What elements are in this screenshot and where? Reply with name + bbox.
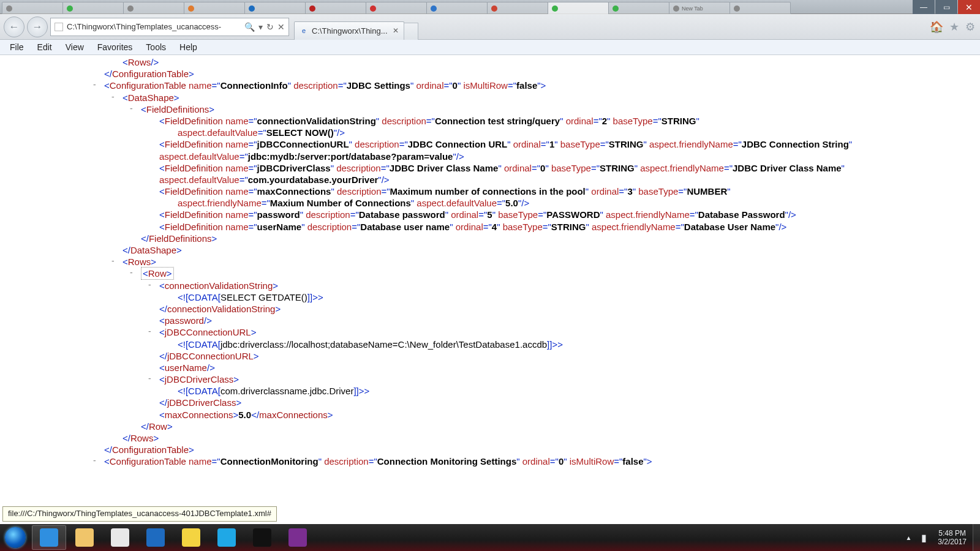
browser-tabstrip-other-window: New Tab [2, 2, 790, 14]
other-window-tab[interactable]: New Tab [669, 2, 730, 14]
menu-tools[interactable]: Tools [140, 41, 172, 53]
favicon-icon [734, 6, 740, 12]
refresh-icon[interactable]: ↻ [266, 22, 274, 32]
sticky-notes-icon [182, 528, 200, 547]
favicon-icon [188, 6, 194, 12]
collapse-toggle-icon[interactable]: - [130, 268, 133, 279]
taskbar: ▲ ▮ 5:48 PM 3/2/2017 [0, 524, 980, 551]
battery-icon[interactable]: ▮ [916, 532, 932, 544]
skype-icon [217, 528, 236, 547]
other-window-tab[interactable] [62, 2, 124, 14]
chrome-icon [111, 528, 129, 547]
collapse-toggle-icon[interactable]: - [93, 80, 96, 91]
taskbar-item-onenote[interactable] [281, 525, 315, 550]
favorites-icon[interactable]: ★ [949, 20, 959, 34]
outlook-icon [146, 528, 165, 547]
favicon-icon [370, 6, 376, 12]
show-desktop-button[interactable] [973, 524, 980, 551]
other-window-tab[interactable] [608, 2, 669, 14]
clock-time: 5:48 PM [938, 529, 967, 538]
ie-toolbar: ← → C:\Thingworx\ThingTemplates_ucanacce… [0, 14, 980, 40]
window-close-button[interactable]: ✕ [958, 0, 980, 14]
ie-right-icons: 🏠 ★ ⚙ [930, 20, 975, 34]
search-icon[interactable]: 🔍 [244, 22, 255, 32]
collapse-toggle-icon[interactable]: - [130, 103, 133, 114]
menu-bar: File Edit View Favorites Tools Help [0, 40, 980, 55]
new-tab-button[interactable] [404, 23, 418, 40]
xml-viewer[interactable]: <Rows/> </ConfigurationTable> -<Configur… [0, 55, 980, 524]
collapse-toggle-icon[interactable]: - [148, 326, 151, 337]
tab-active[interactable]: e C:\Thingworx\Thing... ✕ [294, 21, 404, 40]
status-tooltip: file:///C:/Thingworx/ThingTemplates_ucan… [2, 506, 277, 522]
menu-edit[interactable]: Edit [31, 41, 58, 53]
taskbar-items [31, 525, 315, 550]
collapse-toggle-icon[interactable]: - [148, 373, 151, 384]
menu-favorites[interactable]: Favorites [91, 41, 139, 53]
window-controls: — ▭ ✕ [913, 0, 980, 14]
other-window-tab[interactable] [2, 2, 63, 14]
forward-button[interactable]: → [27, 17, 48, 37]
xml-tree: <Rows/> </ConfigurationTable> -<Configur… [6, 56, 974, 468]
collapse-toggle-icon[interactable]: - [111, 256, 115, 267]
favicon-icon [673, 6, 679, 12]
address-text: C:\Thingworx\ThingTemplates_ucanaccess- [67, 22, 244, 31]
taskbar-item-cmd[interactable] [245, 525, 279, 550]
favicon-icon [309, 6, 315, 12]
taskbar-item-sticky-notes[interactable] [174, 525, 208, 550]
onenote-icon [288, 528, 307, 547]
clock-date: 3/2/2017 [938, 538, 967, 546]
other-window-tab[interactable] [305, 2, 366, 14]
menu-file[interactable]: File [4, 41, 30, 53]
taskbar-item-outlook[interactable] [138, 525, 173, 550]
internet-explorer-icon [40, 528, 58, 547]
favicon-icon [67, 6, 73, 12]
system-tray: ▲ ▮ 5:48 PM 3/2/2017 [900, 524, 980, 551]
tab-label: C:\Thingworx\Thing... [312, 26, 389, 36]
tab-close-icon[interactable]: ✕ [393, 26, 399, 35]
window-minimize-button[interactable]: — [913, 0, 935, 14]
menu-view[interactable]: View [59, 41, 90, 53]
menu-help[interactable]: Help [173, 41, 203, 53]
cmd-icon [253, 528, 271, 547]
favicon-icon [6, 6, 12, 12]
favicon-icon [552, 6, 558, 12]
collapse-toggle-icon[interactable]: - [148, 280, 151, 291]
favicon-icon [491, 6, 497, 12]
collapse-toggle-icon[interactable]: - [93, 455, 96, 467]
other-window-tab[interactable] [426, 2, 488, 14]
taskbar-item-internet-explorer[interactable] [32, 525, 66, 550]
favicon-icon [612, 6, 619, 12]
favicon-icon [127, 6, 134, 12]
other-window-tab[interactable] [184, 2, 245, 14]
ie-favicon-icon: e [300, 26, 308, 35]
favicon-icon [431, 6, 437, 12]
back-button[interactable]: ← [4, 17, 24, 37]
stop-icon[interactable]: ✕ [277, 22, 285, 32]
other-window-tab[interactable] [244, 2, 306, 14]
taskbar-item-chrome[interactable] [103, 525, 137, 550]
home-icon[interactable]: 🏠 [930, 20, 943, 34]
dropdown-icon[interactable]: ▾ [258, 22, 263, 32]
selected-row-element[interactable]: <Row> [141, 267, 174, 280]
window-titlebar: New Tab — ▭ ✕ [0, 0, 980, 14]
page-icon [55, 23, 63, 31]
taskbar-item-file-explorer[interactable] [67, 525, 102, 550]
window-maximize-button[interactable]: ▭ [935, 0, 957, 14]
other-window-tab[interactable] [548, 2, 609, 14]
favicon-icon [249, 6, 255, 12]
windows-logo-icon [5, 527, 26, 548]
clock[interactable]: 5:48 PM 3/2/2017 [932, 529, 973, 547]
other-window-tab[interactable] [729, 2, 791, 14]
collapse-toggle-icon[interactable]: - [111, 92, 115, 103]
taskbar-item-skype[interactable] [209, 525, 244, 550]
file-explorer-icon [75, 528, 94, 547]
start-button[interactable] [0, 524, 31, 551]
tray-show-hidden-icon[interactable]: ▲ [900, 534, 916, 541]
other-window-tab[interactable] [366, 2, 427, 14]
address-bar-icons: 🔍 ▾ ↻ ✕ [244, 22, 285, 32]
other-window-tab[interactable] [487, 2, 548, 14]
ie-tabstrip: e C:\Thingworx\Thing... ✕ [294, 14, 418, 40]
other-window-tab[interactable] [123, 2, 184, 14]
address-bar[interactable]: C:\Thingworx\ThingTemplates_ucanaccess- … [50, 18, 289, 36]
settings-gear-icon[interactable]: ⚙ [965, 20, 975, 34]
